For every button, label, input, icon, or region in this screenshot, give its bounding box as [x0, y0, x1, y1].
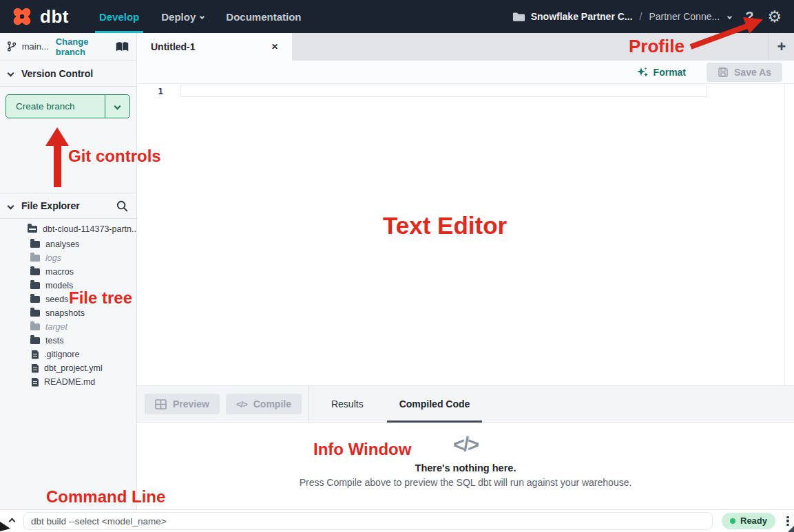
command-bar: Ready — [0, 509, 794, 532]
tree-item-logs[interactable]: logs — [0, 251, 136, 265]
command-input[interactable] — [23, 512, 713, 530]
tab-untitled-1[interactable]: Untitled-1 ✕ — [137, 33, 292, 61]
dbt-logo-text: dbt — [40, 6, 69, 28]
preview-label: Preview — [173, 398, 209, 409]
tab-results[interactable]: Results — [317, 386, 377, 422]
branch-row: main... Change branch — [0, 33, 136, 61]
folder-icon — [512, 11, 525, 23]
status-label: Ready — [740, 515, 767, 526]
expand-command-bar-button[interactable] — [0, 519, 23, 524]
folder-icon — [30, 255, 40, 262]
nav-develop-label: Develop — [99, 11, 139, 23]
tree-item-label: .gitignore — [44, 350, 79, 359]
change-branch-link[interactable]: Change branch — [56, 36, 115, 57]
chevron-down-icon — [727, 14, 732, 19]
compile-label: Compile — [253, 398, 291, 409]
tree-item-dbt-project-yml[interactable]: dbt_project.yml — [0, 361, 136, 375]
version-control-header[interactable]: Version Control — [0, 61, 136, 87]
current-line-highlight[interactable] — [180, 85, 707, 97]
sidebar: main... Change branch Version Control Cr… — [0, 33, 137, 509]
tree-item-analyses[interactable]: analyses — [0, 237, 136, 251]
tree-item-snapshots[interactable]: snapshots — [0, 306, 136, 320]
tab-add-zone: + — [769, 33, 794, 61]
tree-item-tests[interactable]: tests — [0, 334, 136, 348]
open-folder-icon — [28, 226, 37, 233]
tab-results-label: Results — [331, 398, 364, 409]
file-tree: dbt-cloud-114373-partn... analyses logs … — [0, 221, 136, 389]
nav-deploy[interactable]: Deploy — [150, 0, 215, 33]
tab-title: Untitled-1 — [151, 41, 196, 52]
tree-item-label: macros — [45, 267, 74, 277]
tree-item-label: snapshots — [45, 308, 85, 318]
create-branch-dropdown[interactable] — [105, 95, 129, 118]
empty-state-title: There's nothing here. — [415, 462, 516, 474]
tree-item-label: logs — [45, 253, 61, 263]
folder-icon — [30, 241, 40, 248]
folder-icon — [30, 337, 40, 344]
dbt-logo-icon — [10, 4, 34, 29]
editor-toolbar: Format Save As — [137, 61, 794, 84]
code-icon: </> — [236, 399, 247, 409]
tree-root-label: dbt-cloud-114373-partn... — [43, 224, 138, 234]
save-as-button[interactable]: Save As — [707, 63, 782, 82]
chevron-down-icon — [8, 70, 14, 77]
tree-item-seeds[interactable]: seeds — [0, 292, 136, 306]
file-icon — [32, 364, 39, 373]
docs-book-icon[interactable] — [115, 41, 129, 52]
chevron-down-icon — [114, 103, 121, 110]
tree-item-label: README.md — [44, 377, 95, 387]
tree-item-target[interactable]: target — [0, 320, 136, 334]
help-icon[interactable]: ? — [745, 9, 753, 25]
folder-icon — [30, 323, 40, 330]
create-branch-label[interactable]: Create branch — [6, 95, 105, 118]
nav-deploy-label: Deploy — [161, 11, 196, 23]
tree-root-folder[interactable]: dbt-cloud-114373-partn... — [0, 221, 136, 237]
gear-icon[interactable]: ⚙ — [767, 9, 782, 25]
nav-develop[interactable]: Develop — [88, 0, 150, 33]
tree-item-macros[interactable]: macros — [0, 265, 136, 279]
status-dot — [730, 518, 735, 524]
tree-item-label: seeds — [45, 295, 68, 304]
file-explorer-header[interactable]: File Explorer — [0, 193, 136, 219]
folder-icon — [30, 282, 40, 289]
create-branch-button[interactable]: Create branch — [6, 94, 130, 118]
toolbar-divider — [309, 386, 309, 422]
format-button[interactable]: Format — [636, 66, 686, 78]
format-label: Format — [654, 67, 686, 78]
editor-scroll-gutter — [784, 84, 785, 385]
editor-tabbar: Untitled-1 ✕ + — [137, 33, 794, 61]
compile-button[interactable]: </> Compile — [226, 394, 302, 414]
line-number: 1 — [155, 86, 163, 96]
tree-item-label: models — [45, 281, 73, 290]
close-tab-icon[interactable]: ✕ — [271, 42, 278, 52]
kebab-menu-icon[interactable] — [784, 515, 792, 528]
folder-icon — [30, 268, 40, 275]
chevron-up-icon — [8, 518, 15, 524]
dbt-logo[interactable]: dbt — [0, 4, 69, 29]
account-name: Snowflake Partner C... — [531, 11, 633, 22]
save-as-label: Save As — [734, 67, 771, 78]
save-icon — [718, 67, 729, 78]
tree-item-readme[interactable]: README.md — [0, 375, 136, 389]
git-branch-icon — [7, 41, 17, 52]
tab-compiled-code[interactable]: Compiled Code — [386, 386, 484, 422]
dbt-cloud-ide: dbt Develop Deploy Documentation Snowfla… — [0, 0, 794, 532]
tab-compiled-code-label: Compiled Code — [399, 398, 470, 409]
tree-item-gitignore[interactable]: .gitignore — [0, 348, 136, 361]
branch-name: main... — [22, 41, 49, 52]
folder-icon — [30, 296, 40, 303]
chevron-down-icon — [8, 202, 14, 209]
preview-button[interactable]: Preview — [145, 394, 220, 414]
nav-documentation[interactable]: Documentation — [215, 0, 312, 33]
folder-icon — [30, 310, 40, 317]
info-window: </> There's nothing here. Press Compile … — [137, 423, 794, 509]
status-badge: Ready — [722, 513, 775, 529]
tree-item-label: analyses — [45, 240, 79, 249]
project-picker[interactable]: Snowflake Partner C... / Partner Conne..… — [512, 11, 731, 23]
add-tab-button[interactable]: + — [777, 39, 786, 54]
tree-item-label: tests — [45, 336, 63, 345]
text-editor[interactable]: 1 — [137, 84, 794, 385]
search-icon[interactable] — [116, 200, 128, 212]
chevron-down-icon — [200, 14, 205, 19]
tree-item-models[interactable]: models — [0, 279, 136, 292]
